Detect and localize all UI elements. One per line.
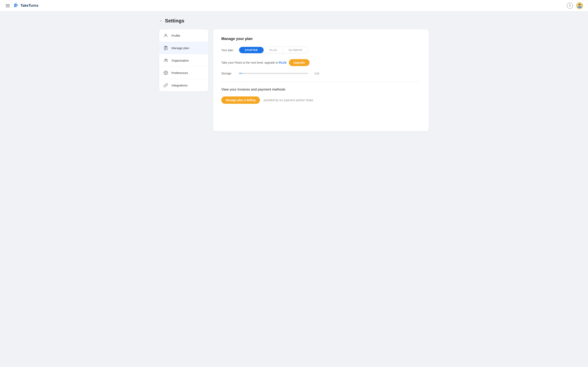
link-icon xyxy=(163,83,168,88)
svg-point-7 xyxy=(580,5,580,6)
sidebar-item-manage-plan[interactable]: Manage plan xyxy=(159,42,208,54)
person-icon xyxy=(163,33,168,38)
plan-tabs: STARTER PLUS ULTIMATE xyxy=(239,47,308,53)
nav-left: TakeTurns xyxy=(5,2,38,9)
plan-tab-plus[interactable]: PLUS xyxy=(264,47,283,53)
settings-sidebar: Profile Manage plan xyxy=(159,29,208,91)
gear-icon xyxy=(163,70,168,75)
sidebar-item-profile[interactable]: Profile xyxy=(159,29,208,42)
menu-button[interactable] xyxy=(5,3,11,8)
billing-note: provided by our payment partner Stripe xyxy=(264,99,313,102)
svg-rect-1 xyxy=(16,3,16,7)
plan-tab-ultimate[interactable]: ULTIMATE xyxy=(283,47,308,53)
top-navigation: TakeTurns ? xyxy=(0,0,588,11)
avatar[interactable] xyxy=(576,2,583,9)
sidebar-label-manage-plan: Manage plan xyxy=(172,46,189,50)
storage-bar-fill xyxy=(239,73,242,74)
plan-selection-row: Your plan STARTER PLUS ULTIMATE xyxy=(221,47,421,53)
settings-layout: Profile Manage plan xyxy=(159,29,429,131)
logo-text: TakeTurns xyxy=(20,3,38,8)
people-icon xyxy=(163,58,168,63)
manage-plan-title: Manage your plan xyxy=(221,37,421,41)
section-divider xyxy=(221,82,421,82)
svg-point-6 xyxy=(579,5,579,6)
sidebar-label-preferences: Preferences xyxy=(172,71,188,75)
upgrade-row: Take your Flows to the next level, upgra… xyxy=(221,59,421,66)
sidebar-label-profile: Profile xyxy=(172,34,180,37)
sidebar-item-preferences[interactable]: Preferences xyxy=(159,67,208,79)
main-content: ← Settings Profile xyxy=(151,11,437,138)
svg-rect-5 xyxy=(579,4,581,5)
storage-limit-label: 1GB xyxy=(314,72,319,75)
svg-rect-2 xyxy=(17,4,17,6)
sidebar-item-integrations[interactable]: Integrations xyxy=(159,79,208,91)
back-button[interactable]: ← xyxy=(159,19,163,23)
sidebar-label-organization: Organization xyxy=(172,59,189,62)
logo-icon xyxy=(14,2,20,9)
manage-billing-button[interactable]: Manage plan & Billing xyxy=(221,96,260,104)
svg-point-16 xyxy=(165,72,166,73)
upgrade-button[interactable]: Upgrade xyxy=(289,59,310,66)
storage-row: Storage 1GB xyxy=(221,72,421,75)
plan-tab-starter[interactable]: STARTER xyxy=(239,47,264,53)
settings-main-panel: Manage your plan Your plan STARTER PLUS … xyxy=(213,29,429,131)
svg-point-8 xyxy=(165,34,166,35)
nav-right: ? xyxy=(567,2,583,9)
storage-bar xyxy=(239,73,308,74)
upgrade-text: Take your Flows to the next level, upgra… xyxy=(221,61,286,64)
sidebar-item-organization[interactable]: Organization xyxy=(159,54,208,67)
billing-row: Manage plan & Billing provided by our pa… xyxy=(221,96,421,104)
your-plan-label: Your plan xyxy=(221,49,236,52)
clipboard-icon xyxy=(163,45,168,50)
invoices-title: View your invoices and payment methods xyxy=(221,87,421,92)
svg-point-15 xyxy=(166,59,167,60)
storage-bar-container xyxy=(239,73,308,74)
page-header: ← Settings xyxy=(159,18,429,24)
sidebar-label-integrations: Integrations xyxy=(172,83,187,87)
svg-rect-0 xyxy=(14,4,15,7)
svg-point-14 xyxy=(165,59,166,60)
storage-label: Storage xyxy=(221,72,236,75)
help-button[interactable]: ? xyxy=(567,3,573,9)
page-title: Settings xyxy=(165,18,184,24)
logo[interactable]: TakeTurns xyxy=(14,2,38,9)
